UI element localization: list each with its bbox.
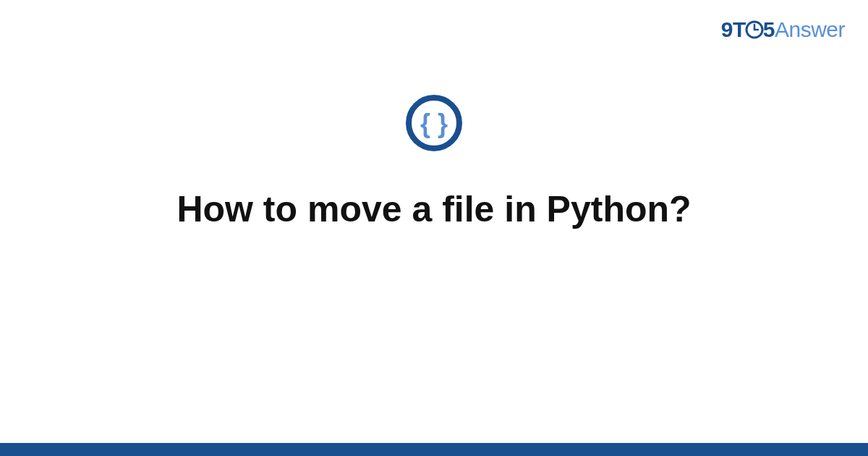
brand-t: T [733,17,746,41]
code-braces-icon: { } [405,94,463,152]
brand-answer: Answer [775,17,845,41]
svg-text:{ }: { } [420,109,448,138]
brand-nine: 9 [721,17,733,41]
clock-icon [745,20,764,39]
question-title: How to move a file in Python? [0,188,868,230]
brand-five: 5 [763,17,775,41]
brand-logo: 9T 5Answer [721,17,845,42]
footer-bar [0,443,868,456]
